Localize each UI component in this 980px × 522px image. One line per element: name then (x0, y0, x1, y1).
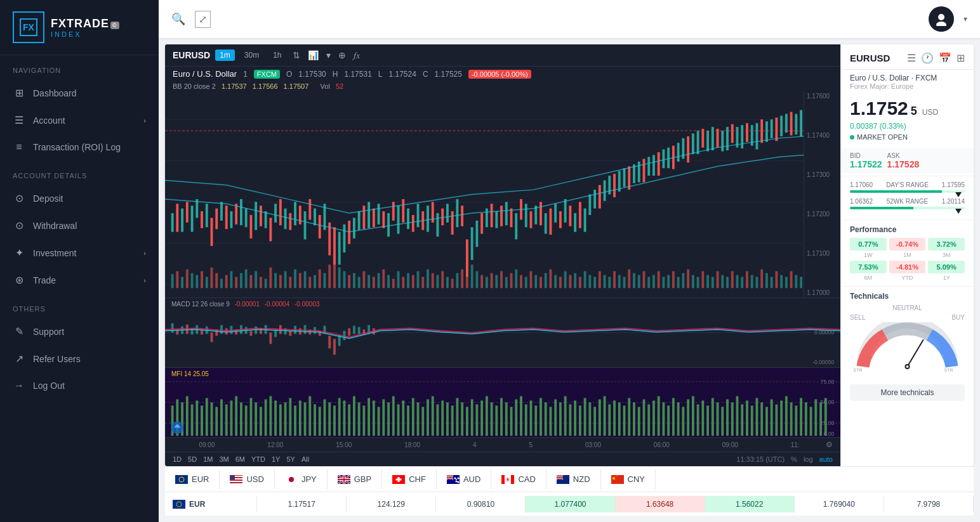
calendar-icon[interactable]: 📅 (939, 52, 951, 64)
auto-button[interactable]: auto (819, 455, 833, 463)
svg-rect-422 (623, 405, 626, 436)
svg-rect-114 (687, 136, 689, 162)
sidebar-item-investment[interactable]: ✦ Investment › (0, 239, 159, 266)
svg-rect-145 (181, 277, 183, 289)
svg-rect-230 (599, 271, 601, 289)
x-label-9: 11: (791, 441, 800, 448)
sidebar-item-logout[interactable]: → Log Out (0, 372, 159, 399)
high-value: 1.17531 (344, 70, 371, 79)
currency-tab-chf[interactable]: CHF (382, 469, 437, 489)
period-6m[interactable]: 6M (235, 455, 245, 463)
svg-rect-105 (643, 159, 646, 182)
macd-svg: 0.00000 -0.00050 (165, 298, 840, 367)
candlestick-chart[interactable]: 1.17525 00:44 1.17600 1.17400 1.17300 1.… (165, 91, 840, 297)
technicals-section: Technicals NEUTRAL SELL BUY (841, 286, 974, 381)
chart-settings-icon[interactable]: ⚙ (826, 440, 833, 449)
svg-rect-413 (579, 405, 581, 436)
timeframe-1m-button[interactable]: 1m (215, 49, 235, 61)
list-view-icon[interactable]: ☰ (907, 52, 916, 64)
user-menu-chevron-icon[interactable]: ▾ (963, 15, 967, 23)
svg-rect-459 (805, 403, 807, 436)
sidebar-item-transaction[interactable]: ≡ Transaction (ROI) Log (0, 134, 159, 160)
sidebar-item-refer[interactable]: ↗ Refer Users (0, 345, 159, 372)
svg-rect-400 (515, 400, 517, 436)
sidebar-item-account[interactable]: ☰ Account › (0, 107, 159, 134)
svg-rect-397 (500, 398, 503, 436)
svg-point-3 (936, 22, 946, 26)
currency-tab-aud[interactable]: AUD (437, 469, 491, 489)
expand-icon[interactable]: ⤢ (195, 11, 211, 28)
svg-rect-134 (785, 114, 788, 133)
svg-rect-395 (491, 403, 493, 436)
chart-type-chevron-icon[interactable]: ▾ (326, 50, 331, 60)
svg-rect-502 (338, 479, 350, 480)
grid-icon[interactable]: ⊞ (957, 52, 965, 64)
close-value: 1.17525 (435, 70, 462, 79)
svg-rect-263 (760, 270, 763, 289)
period-1y[interactable]: 1Y (272, 455, 280, 463)
wk52-high: 1.20114 (942, 198, 965, 205)
timeframe-30m-button[interactable]: 30m (240, 49, 263, 61)
logout-label: Log Out (33, 381, 65, 391)
logo-text: FXTRADE© INDEX (51, 17, 119, 38)
svg-rect-410 (564, 396, 567, 436)
svg-rect-247 (682, 273, 684, 289)
usd-label: USD (246, 474, 263, 484)
svg-point-484 (179, 479, 180, 480)
svg-rect-33 (289, 213, 291, 230)
period-1d[interactable]: 1D (173, 455, 182, 463)
currency-tab-gbp[interactable]: GBP (328, 469, 382, 489)
ask-value: 1.17528 (887, 159, 920, 169)
currency-tab-eur[interactable]: EUR (165, 469, 220, 489)
chart-type-icon[interactable]: 📊 (308, 50, 319, 60)
pct-label[interactable]: % (791, 455, 797, 463)
add-indicator-icon[interactable]: ⊕ (338, 50, 346, 60)
svg-rect-34 (294, 202, 296, 225)
sidebar-item-dashboard[interactable]: ⊞ Dashboard (0, 79, 159, 107)
avatar[interactable] (929, 6, 954, 32)
formula-icon[interactable]: 𝑓𝑥 (354, 50, 360, 61)
sidebar-item-withdrawal[interactable]: ⊙ Withdrawal (0, 212, 159, 239)
currency-tab-cny[interactable]: CNY (601, 469, 656, 489)
svg-rect-91 (574, 213, 576, 232)
svg-rect-377 (402, 401, 404, 436)
currency-tab-jpy[interactable]: JPY (275, 469, 328, 489)
svg-rect-22 (235, 204, 237, 225)
clock-icon[interactable]: 🕐 (921, 52, 934, 64)
period-5d[interactable]: 5D (188, 455, 197, 463)
logo-icon: FX (13, 11, 44, 43)
svg-rect-27 (260, 206, 262, 226)
svg-rect-205 (475, 271, 478, 289)
price-level-6: 1.17000 (807, 289, 838, 296)
svg-rect-314 (328, 336, 331, 348)
period-3m[interactable]: 3M (219, 455, 228, 463)
currency-tab-cad[interactable]: CAD (491, 469, 546, 489)
search-icon[interactable]: 🔍 (171, 12, 185, 26)
indicator-icon[interactable]: ⇅ (293, 50, 300, 60)
sidebar-item-trade[interactable]: ⊛ Trade › (0, 266, 159, 294)
svg-text:FX: FX (23, 22, 35, 32)
currency-tab-usd[interactable]: USD (220, 469, 274, 489)
svg-rect-238 (638, 275, 640, 289)
more-technicals-button[interactable]: More technicals (850, 384, 965, 401)
period-all[interactable]: All (301, 455, 309, 463)
gauge-sell-label: SELL (850, 314, 865, 321)
timeframe-1h-button[interactable]: 1h (268, 49, 286, 61)
rp-pair-name: Euro / U.S. Dollar · FXCM (841, 70, 974, 82)
period-5y[interactable]: 5Y (286, 455, 295, 463)
log-button[interactable]: log (804, 455, 813, 463)
svg-rect-447 (746, 401, 748, 436)
sidebar-item-deposit[interactable]: ⊙ Deposit (0, 185, 159, 212)
svg-rect-384 (437, 404, 439, 436)
sidebar-item-support[interactable]: ✎ Support (0, 318, 159, 345)
svg-rect-115 (692, 133, 694, 154)
period-ytd[interactable]: YTD (251, 455, 265, 463)
svg-point-483 (180, 480, 180, 481)
svg-rect-266 (775, 271, 778, 289)
svg-rect-235 (623, 277, 626, 289)
chf-flag-icon (392, 475, 405, 484)
svg-rect-118 (706, 131, 709, 152)
refer-label: Refer Users (33, 354, 81, 364)
period-1m[interactable]: 1M (203, 455, 213, 463)
currency-tab-nzd[interactable]: NZD (546, 469, 601, 489)
